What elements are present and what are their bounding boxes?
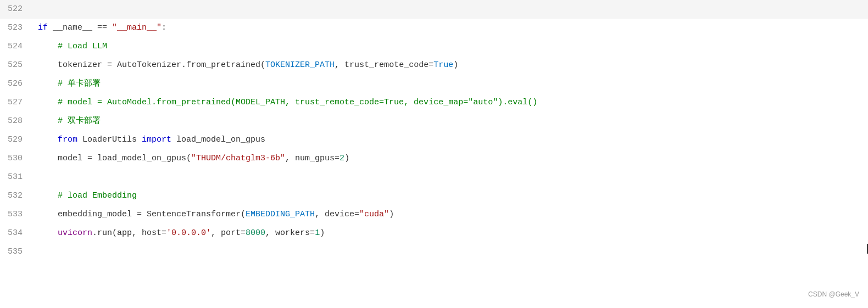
- code-line-535: 535: [0, 243, 868, 261]
- code-line-533: 533 embedding_model = SentenceTransforme…: [0, 205, 868, 224]
- line-content-530: model = load_model_on_gpus("THUDM/chatgl…: [32, 149, 868, 168]
- line-num-523: 523: [2, 19, 32, 37]
- code-line-534: 534 uvicorn.run(app, host='0.0.0.0', por…: [0, 224, 868, 243]
- line-content-533: embedding_model = SentenceTransformer(EM…: [32, 205, 868, 224]
- code-line-526: 526 # 单卡部署: [0, 75, 868, 93]
- line-content-529: from LoaderUtils import load_model_on_gp…: [32, 131, 868, 149]
- code-line-529: 529 from LoaderUtils import load_model_o…: [0, 131, 868, 149]
- code-line-523: 523 if __name__ == "__main__":: [0, 19, 868, 37]
- line-num-533: 533: [2, 205, 32, 224]
- line-content-534: uvicorn.run(app, host='0.0.0.0', port=80…: [32, 224, 868, 243]
- line-num-535: 535: [2, 243, 32, 261]
- line-num-534: 534: [2, 224, 32, 243]
- line-content-532: # load Embedding: [32, 187, 868, 205]
- line-num-528: 528: [2, 112, 32, 131]
- code-line-527: 527 # model = AutoModel.from_pretrained(…: [0, 93, 868, 112]
- line-num-532: 532: [2, 187, 32, 205]
- footer-text: CSDN @Geek_V: [808, 285, 859, 304]
- line-num-525: 525: [2, 56, 32, 75]
- line-content-524: # Load LLM: [32, 37, 868, 56]
- line-num-529: 529: [2, 131, 32, 149]
- line-num-530: 530: [2, 149, 32, 168]
- line-num-527: 527: [2, 93, 32, 112]
- code-line-532: 532 # load Embedding: [0, 187, 868, 205]
- line-num-524: 524: [2, 37, 32, 56]
- code-line-522: 522: [0, 0, 868, 19]
- line-num-526: 526: [2, 75, 32, 93]
- code-line-530: 530 model = load_model_on_gpus("THUDM/ch…: [0, 149, 868, 168]
- line-content-528: # 双卡部署: [32, 112, 868, 131]
- code-line-531: 531: [0, 168, 868, 187]
- line-content-525: tokenizer = AutoTokenizer.from_pretraine…: [32, 56, 868, 75]
- code-line-525: 525 tokenizer = AutoTokenizer.from_pretr…: [0, 56, 868, 75]
- code-line-524: 524 # Load LLM: [0, 37, 868, 56]
- line-content-526: # 单卡部署: [32, 75, 868, 93]
- line-num-522: 522: [2, 0, 32, 19]
- code-editor: 522 523 if __name__ == "__main__": 524 #…: [0, 0, 868, 308]
- line-content-527: # model = AutoModel.from_pretrained(MODE…: [32, 93, 868, 112]
- code-line-528: 528 # 双卡部署: [0, 112, 868, 131]
- line-content-523: if __name__ == "__main__":: [32, 19, 868, 37]
- line-num-531: 531: [2, 168, 32, 187]
